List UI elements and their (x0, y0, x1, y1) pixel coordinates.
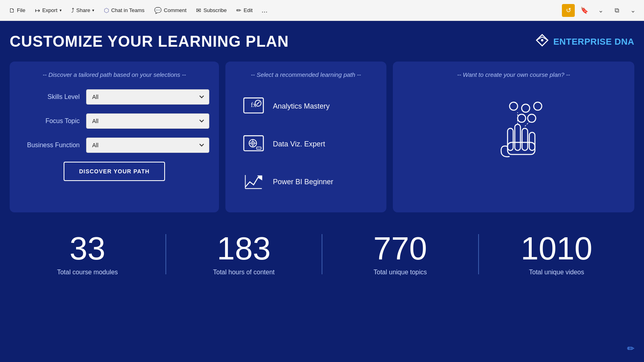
logo-text: ENTERPRISE DNA (553, 37, 634, 47)
share-icon: ⤴ (71, 7, 74, 14)
edit-pencil-icon[interactable]: ✏ (627, 343, 634, 354)
panels-row: -- Discover a tailored path based on you… (10, 62, 634, 212)
skills-level-label: Skills Level (19, 93, 80, 101)
svg-point-18 (518, 114, 526, 122)
svg-rect-22 (529, 132, 535, 150)
stat-number-videos: 1010 (487, 232, 627, 265)
file-icon: 🗋 (9, 7, 15, 14)
left-panel: -- Discover a tailored path based on you… (10, 62, 219, 212)
svg-rect-20 (515, 124, 520, 150)
bookmark-icon[interactable]: 🔖 (578, 4, 591, 17)
subscribe-button[interactable]: ✉ Subscribe (192, 5, 231, 16)
toolbar: 🗋 File ↦ Export ▾ ⤴ Share ▾ ⬡ Chat in Te… (0, 0, 644, 21)
svg-rect-19 (508, 128, 513, 150)
window-icon[interactable]: ⧉ (610, 4, 623, 17)
chat-teams-button[interactable]: ⬡ Chat in Teams (100, 5, 149, 16)
share-chevron-icon: ▾ (92, 8, 94, 12)
powerbi-icon (242, 170, 266, 194)
dataviz-expert-label: Data Viz. Expert (273, 140, 325, 148)
focus-topic-label: Focus Topic (19, 117, 80, 125)
export-icon: ↦ (35, 7, 40, 14)
more-button[interactable]: ... (258, 4, 271, 16)
svg-rect-10 (256, 147, 261, 149)
teams-icon: ⬡ (104, 7, 109, 14)
skills-level-select[interactable]: All Beginner Intermediate Advanced (86, 89, 209, 105)
svg-rect-21 (522, 128, 528, 150)
undo-icon[interactable]: ↺ (562, 4, 575, 17)
dataviz-expert-item[interactable]: Data Viz. Expert (235, 127, 377, 161)
logo-icon (535, 33, 549, 50)
business-function-label: Business Function (19, 142, 80, 149)
comment-button[interactable]: 💬 Comment (150, 5, 190, 16)
left-panel-header: -- Discover a tailored path based on you… (19, 71, 209, 78)
svg-point-16 (534, 102, 542, 110)
analytics-mastery-label: Analytics Mastery (273, 102, 330, 111)
stat-number-topics: 770 (330, 232, 470, 265)
svg-line-25 (525, 121, 530, 126)
stat-label-hours: Total hours of content (174, 269, 314, 276)
stat-label-videos: Total unique videos (487, 269, 627, 276)
main-content: ENTERPRISE DNA CUSTOMIZE YOUR LEARNING P… (0, 21, 644, 362)
chevron-down-icon[interactable]: ⌄ (594, 4, 607, 17)
stat-number-hours: 183 (174, 232, 314, 265)
svg-rect-23 (508, 142, 535, 154)
edit-icon: ✏ (236, 7, 242, 14)
chevron-right-icon[interactable]: ⌄ (626, 4, 639, 17)
share-button[interactable]: ⤴ Share ▾ (67, 5, 99, 15)
subscribe-icon: ✉ (196, 7, 201, 14)
center-panel: -- Select a recommended learning path --… (225, 62, 386, 212)
svg-point-17 (528, 114, 536, 122)
logo-area: ENTERPRISE DNA (535, 33, 634, 50)
powerbi-beginner-label: Power BI Beginner (273, 178, 333, 186)
edit-button[interactable]: ✏ Edit (232, 5, 256, 16)
stat-label-topics: Total unique topics (330, 269, 470, 276)
powerbi-beginner-item[interactable]: Power BI Beginner (235, 165, 377, 199)
business-function-row: Business Function All Finance Marketing … (19, 138, 209, 153)
stat-unique-videos: 1010 Total unique videos (479, 228, 635, 280)
export-button[interactable]: ↦ Export ▾ (31, 5, 66, 16)
focus-topic-select[interactable]: All Power BI DAX Python (86, 113, 209, 129)
custom-plan-illustration[interactable] (402, 94, 625, 167)
svg-point-15 (522, 104, 530, 112)
stat-course-modules: 33 Total course modules (10, 228, 165, 280)
stat-unique-topics: 770 Total unique topics (322, 228, 478, 280)
comment-icon: 💬 (154, 7, 162, 14)
export-chevron-icon: ▾ (60, 8, 62, 12)
center-panel-header: -- Select a recommended learning path -- (235, 71, 377, 78)
stat-label-modules: Total course modules (18, 269, 157, 276)
dataviz-icon (242, 132, 266, 156)
file-menu[interactable]: 🗋 File (5, 5, 29, 15)
analytics-icon: fx (242, 94, 266, 118)
right-panel-header: -- Want to create your own course plan? … (402, 71, 625, 78)
toolbar-right: ↺ 🔖 ⌄ ⧉ ⌄ (562, 4, 639, 17)
skills-level-row: Skills Level All Beginner Intermediate A… (19, 89, 209, 105)
stats-row: 33 Total course modules 183 Total hours … (10, 228, 634, 280)
discover-path-button[interactable]: DISCOVER YOUR PATH (64, 162, 165, 181)
business-function-select[interactable]: All Finance Marketing Operations (86, 138, 209, 153)
svg-point-0 (541, 39, 543, 41)
stat-number-modules: 33 (18, 232, 157, 265)
svg-point-14 (510, 102, 518, 110)
focus-topic-row: Focus Topic All Power BI DAX Python (19, 113, 209, 129)
analytics-mastery-item[interactable]: fx Analytics Mastery (235, 89, 377, 123)
stat-hours-content: 183 Total hours of content (166, 228, 322, 280)
right-panel: -- Want to create your own course plan? … (393, 62, 634, 212)
